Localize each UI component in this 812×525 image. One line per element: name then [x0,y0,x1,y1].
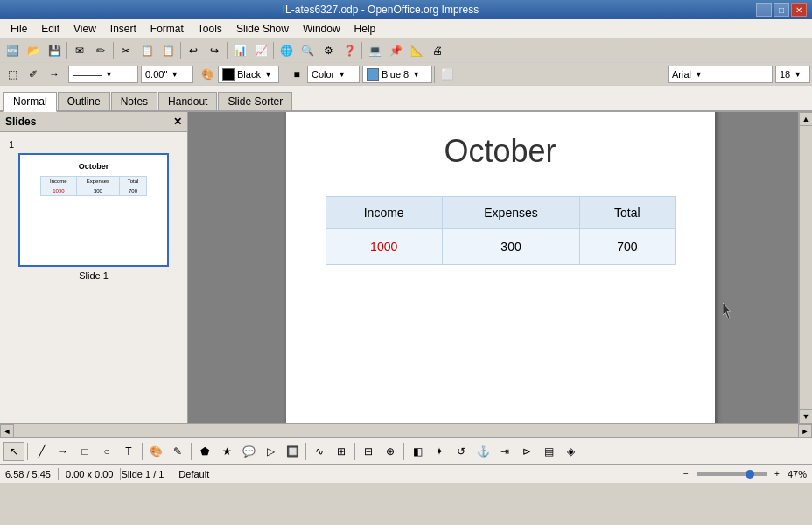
thumb-title: October [79,162,109,171]
color-name-combo[interactable]: Black ▼ [218,66,279,83]
scroll-track[interactable] [799,126,812,410]
tb-color-picker[interactable]: 🎨 [197,65,218,84]
bt-layer[interactable]: ⊳ [516,442,537,461]
menu-edit[interactable]: Edit [34,21,66,37]
tb-edit[interactable]: ✏ [90,41,111,60]
tab-normal[interactable]: Normal [4,92,57,112]
bt-arrow-tool[interactable]: → [52,442,74,461]
bt-3d[interactable]: 🔲 [282,442,303,461]
tb-redo[interactable]: ↪ [204,41,225,60]
bt-tab[interactable]: ⇥ [494,442,515,461]
bt-shadow[interactable]: ◧ [407,442,428,461]
thumb-total: 700 [120,186,147,196]
bt-fill1[interactable]: 🎨 [145,442,166,461]
tab-handout[interactable]: Handout [158,92,217,110]
tb-cut[interactable]: ✂ [116,41,136,60]
zoom-out-btn[interactable]: − [679,467,693,481]
zoom-in-btn[interactable]: + [770,467,784,481]
window-controls: – □ ✕ [756,3,807,17]
zoom-slider[interactable] [696,472,766,476]
tb-email[interactable]: ✉ [69,41,90,60]
bt-text[interactable]: T [118,442,139,461]
bt-select[interactable]: ↖ [4,442,24,461]
bt-curve[interactable]: ∿ [309,442,330,461]
tb-settings[interactable]: ⚙ [318,41,339,60]
slide-1-thumbnail[interactable]: October Income Expenses Total [18,153,169,267]
color-type-combo[interactable]: Color ▼ [307,66,360,83]
bt-anchor[interactable]: ⚓ [472,442,494,461]
tb-copy[interactable]: 📋 [136,41,158,60]
scroll-up[interactable]: ▲ [799,112,812,126]
bt-group[interactable]: ⊕ [380,442,401,461]
sidebar-close[interactable]: ✕ [173,116,182,128]
tab-outline[interactable]: Outline [58,92,110,110]
maximize-button[interactable]: □ [774,3,789,17]
menu-insert[interactable]: Insert [103,21,144,37]
tb-draw2[interactable]: ✐ [23,65,44,84]
bt-rect[interactable]: □ [74,442,95,461]
tb-more1[interactable]: 💻 [364,41,385,60]
tb-frame[interactable]: ⬜ [437,65,458,84]
tb-paste[interactable]: 📋 [158,41,178,60]
bt-view2[interactable]: ◈ [560,442,581,461]
tb-more2[interactable]: 📌 [385,41,406,60]
line-style-combo[interactable]: ——— ▼ [68,66,138,83]
bt-shapes[interactable]: ⬟ [194,442,215,461]
tab-bar: Normal Outline Notes Handout Slide Sorte… [0,86,812,112]
scroll-down[interactable]: ▼ [799,410,812,424]
line-width-combo[interactable]: 0.00" ▼ [141,66,193,83]
close-button[interactable]: ✕ [791,3,807,17]
bt-view1[interactable]: ▤ [538,442,559,461]
bt-block[interactable]: ▷ [260,442,281,461]
canvas-area[interactable]: October Income Expenses Total 1000 300 7… [188,112,812,424]
tab-slide-sorter[interactable]: Slide Sorter [218,92,292,110]
bt-rotate[interactable]: ↺ [451,442,472,461]
font-box[interactable]: Arial ▼ [668,66,773,83]
font-arrow: ▼ [695,70,703,79]
toolbar-row1: 🆕 📂 💾 ✉ ✏ ✂ 📋 📋 ↩ ↪ 📊 📈 🌐 🔍 ⚙ ❓ 💻 📌 📐 🖨 [0,38,812,63]
bt-line[interactable]: ╱ [31,442,52,461]
menu-slideshow[interactable]: Slide Show [229,21,296,37]
bt-fill2[interactable]: ✎ [167,442,188,461]
tb-web[interactable]: 🌐 [276,41,297,60]
tb-new[interactable]: 🆕 [2,41,23,60]
scroll-right[interactable]: ► [798,424,812,438]
scroll-left[interactable]: ◄ [0,424,14,438]
bt-effects[interactable]: ✦ [429,442,450,461]
color-value-combo[interactable]: Blue 8 ▼ [362,66,432,83]
menu-help[interactable]: Help [347,21,383,37]
fontsize-box[interactable]: 18 ▼ [775,66,810,83]
menu-view[interactable]: View [66,21,103,37]
bsep4 [305,443,306,460]
menu-format[interactable]: Format [144,21,191,37]
tb-arrow[interactable]: → [44,65,65,84]
tb-graph[interactable]: 📈 [250,41,271,60]
line-width-value: 0.00" [145,69,167,80]
font-size: 18 [780,69,790,80]
bt-star[interactable]: ★ [216,442,237,461]
right-scrollbar[interactable]: ▲ ▼ [798,112,812,424]
tb-help[interactable]: ❓ [339,41,360,60]
tb-chart[interactable]: 📊 [229,41,250,60]
h-scrollbar[interactable]: ◄ ► [0,424,812,438]
tb-draw1[interactable]: ⬚ [2,65,23,84]
zoom-thumb[interactable] [746,470,754,479]
bt-connector[interactable]: ⊞ [331,442,352,461]
tb-open[interactable]: 📂 [23,41,44,60]
tb-col2[interactable]: ■ [286,65,307,84]
menu-window[interactable]: Window [296,21,347,37]
slides-panel: Slides ✕ 1 October Income Expenses Tot [0,112,188,424]
tb-save[interactable]: 💾 [44,41,65,60]
tab-notes[interactable]: Notes [111,92,158,110]
tb-more3[interactable]: 📐 [406,41,427,60]
tb-print[interactable]: 🖨 [427,41,448,60]
minimize-button[interactable]: – [756,3,772,17]
thumb-header-expenses: Expenses [76,177,120,186]
tb-undo[interactable]: ↩ [183,41,204,60]
menu-tools[interactable]: Tools [191,21,229,37]
tb-zoom[interactable]: 🔍 [297,41,318,60]
bt-ellipse[interactable]: ○ [96,442,117,461]
bt-align[interactable]: ⊟ [358,442,379,461]
bt-callout[interactable]: 💬 [238,442,259,461]
menu-file[interactable]: File [4,21,34,37]
